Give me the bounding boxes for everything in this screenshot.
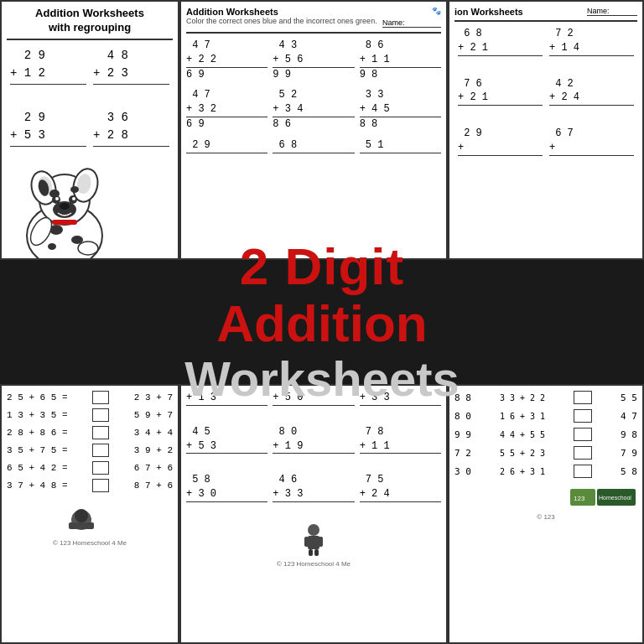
- svg-point-12: [70, 186, 79, 193]
- bottom-left-copyright: © 123 Homeschool 4 Me: [7, 539, 173, 547]
- bottom-section: 2 5 + 6 5 = 2 3 + 7 1 3 + 3 5 = 5 9 + 7 …: [0, 384, 644, 644]
- eq-row-3: 2 8 + 8 6 = 3 4 + 4: [7, 426, 173, 439]
- svg-rect-26: [308, 536, 319, 549]
- middle-math-grid: 4 7 + 2 2 6 9 4 3 + 5 6 9 9 8 6 + 1 1 9 …: [186, 39, 441, 166]
- bm-bot-3: 7 5 + 2 4: [360, 473, 441, 515]
- svg-rect-28: [319, 537, 323, 547]
- right-math-grid: 6 8 + 2 1 7 2 + 1 4 7 6 + 2 1 4 2 + 2 4: [454, 27, 637, 169]
- banner: 2 Digit Addition Worksheets: [0, 260, 644, 384]
- math-problem-2: 4 8 + 2 3: [93, 47, 169, 99]
- right-name-field: Name:: [587, 7, 637, 16]
- name-field: Name:: [382, 18, 441, 28]
- mid-p9: 5 1: [360, 138, 441, 166]
- svg-rect-27: [304, 537, 309, 547]
- mid-p2: 4 3 + 5 6 9 9: [273, 39, 354, 81]
- mid-p3: 8 6 + 1 1 9 8: [360, 39, 441, 81]
- svg-point-23: [75, 509, 88, 522]
- eq-row-4: 3 5 + 7 5 = 3 9 + 2: [7, 444, 173, 457]
- banner-line2: Addition: [216, 294, 427, 352]
- right-p2: 7 2 + 1 4: [549, 27, 634, 69]
- middle-ws-header: Addition Worksheets Color the correct on…: [186, 7, 441, 34]
- equation-list: 2 5 + 6 5 = 2 3 + 7 1 3 + 3 5 = 5 9 + 7 …: [7, 391, 173, 492]
- bm-mid-1: 4 5 + 5 3: [186, 425, 267, 467]
- bm-bot-1: 5 8 + 3 0: [186, 473, 267, 515]
- mid-p1: 4 7 + 2 2 6 9: [186, 39, 267, 81]
- bm-bot-row: 5 8 + 3 0 4 6 + 3 3 7 5 + 2 4: [186, 473, 441, 515]
- middle-ws-title: Addition Worksheets: [186, 7, 377, 17]
- mid-p6: 3 3 + 4 5 8 8: [360, 88, 441, 131]
- banner-line1: 2 Digit: [240, 238, 404, 295]
- math-problem-1: 2 9 + 1 2: [10, 47, 86, 99]
- right-ws-header: ion Worksheets Name:: [454, 7, 637, 22]
- mid-p5: 5 2 + 3 4 8 6: [273, 88, 354, 131]
- eq-row-2: 1 3 + 3 5 = 5 9 + 7: [7, 408, 173, 422]
- bottom-left-worksheet: 2 5 + 6 5 = 2 3 + 7 1 3 + 3 5 = 5 9 + 7 …: [0, 384, 179, 644]
- svg-point-15: [55, 197, 59, 200]
- svg-text:123: 123: [574, 495, 585, 502]
- worksheet-left: Addition Worksheets with regrouping 2 9 …: [0, 0, 179, 260]
- right-p3: 7 6 + 2 1: [458, 77, 543, 119]
- dog-illustration: [6, 139, 123, 257]
- bm-mid-row: 4 5 + 5 3 8 0 + 1 9 7 8 + 1 1: [186, 425, 441, 467]
- mid-p8: 6 8: [273, 138, 354, 166]
- svg-point-3: [48, 243, 56, 250]
- svg-text:Homeschool: Homeschool: [599, 495, 631, 501]
- bottom-left-illustration: [7, 499, 173, 536]
- right-ws-title: ion Worksheets: [454, 7, 587, 17]
- bm-illustration: [186, 523, 441, 557]
- eq-row-5: 6 5 + 4 2 = 6 7 + 6: [7, 461, 173, 475]
- svg-point-19: [78, 242, 98, 255]
- svg-point-18: [60, 203, 70, 210]
- banner-line3: Worksheets: [184, 351, 460, 406]
- bottom-right-worksheet: 8 8 3 3 + 2 2 5 5 8 0 1 6 + 3 1 4 7 9 9 …: [448, 384, 644, 644]
- ans-row-1: 8 8 3 3 + 2 2 5 5: [454, 391, 637, 404]
- dalmatian-icon: 🐾: [432, 7, 441, 15]
- svg-rect-21: [52, 220, 77, 225]
- svg-rect-30: [314, 549, 319, 556]
- right-p6: 6 7 +: [549, 127, 634, 169]
- right-p1: 6 8 + 2 1: [458, 27, 543, 69]
- answer-table: 8 8 3 3 + 2 2 5 5 8 0 1 6 + 3 1 4 7 9 9 …: [454, 391, 637, 478]
- mid-p4: 4 7 + 3 2 6 9: [186, 88, 267, 131]
- svg-rect-24: [69, 522, 94, 529]
- bm-copyright: © 123 Homeschool 4 Me: [186, 560, 441, 568]
- br-copyright: © 123: [454, 513, 637, 521]
- eq-row-6: 3 7 + 4 8 = 8 7 + 6: [7, 479, 173, 492]
- right-p5: 2 9 +: [458, 127, 543, 169]
- bm-mid-2: 8 0 + 1 9: [273, 425, 354, 467]
- ans-row-3: 9 9 4 4 + 5 5 9 8: [454, 428, 637, 441]
- ans-row-5: 3 0 2 6 + 3 1 5 8: [454, 465, 637, 478]
- left-worksheet-title: Addition Worksheets with regrouping: [7, 7, 173, 40]
- bm-mid-3: 7 8 + 1 1: [360, 425, 441, 467]
- middle-ws-instructions: Color the correct ones blue and the inco…: [186, 17, 377, 25]
- br-logo: 123 Homeschool: [454, 485, 637, 510]
- mid-p7: 2 9: [186, 138, 267, 166]
- eq-row-1: 2 5 + 6 5 = 2 3 + 7: [7, 391, 173, 404]
- bottom-middle-worksheet: + 1 3 + 5 0 + 3 3 4 5 + 5 3 8 0 + 1 9: [179, 384, 448, 644]
- svg-rect-29: [309, 549, 313, 556]
- worksheet-middle: Addition Worksheets Color the correct on…: [179, 0, 448, 260]
- worksheet-right: ion Worksheets Name: 6 8 + 2 1 7 2 + 1 4…: [448, 0, 644, 260]
- svg-point-16: [72, 197, 75, 200]
- banner-text: 2 Digit Addition Worksheets: [184, 238, 460, 406]
- right-p4: 4 2 + 2 4: [549, 77, 634, 119]
- ans-row-2: 8 0 1 6 + 3 1 4 7: [454, 409, 637, 423]
- ans-row-4: 7 2 5 5 + 2 3 7 9: [454, 446, 637, 460]
- top-section: Addition Worksheets with regrouping 2 9 …: [0, 0, 644, 260]
- bm-bot-2: 4 6 + 3 3: [273, 473, 354, 515]
- svg-point-25: [308, 524, 319, 536]
